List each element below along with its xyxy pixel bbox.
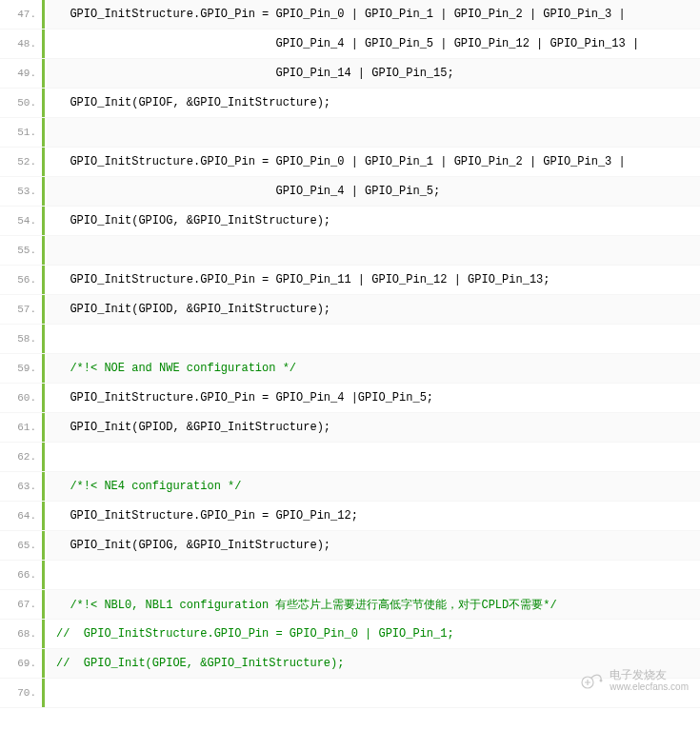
code-line: 55. [0,236,700,266]
line-number: 63. [0,472,42,501]
line-number: 55. [0,236,42,265]
line-number: 61. [0,413,42,442]
code-line: 66. [0,561,700,590]
line-number: 52. [0,148,42,176]
code-content [47,236,700,265]
code-line: 52. GPIO_InitStructure.GPIO_Pin = GPIO_P… [0,148,700,177]
code-content: GPIO_Init(GPIOG, &GPIO_InitStructure); [47,207,700,235]
code-line: 58. [0,325,700,354]
line-marker [42,620,45,648]
line-marker [42,30,45,58]
code-content: GPIO_Init(GPIOD, &GPIO_InitStructure); [47,295,700,324]
code-block: 47. GPIO_InitStructure.GPIO_Pin = GPIO_P… [0,0,700,708]
line-marker [42,89,45,117]
code-line: 54. GPIO_Init(GPIOG, &GPIO_InitStructure… [0,207,700,236]
code-line: 64. GPIO_InitStructure.GPIO_Pin = GPIO_P… [0,502,700,531]
line-number: 57. [0,295,42,324]
line-marker [42,354,45,383]
line-marker [42,0,45,29]
line-number: 59. [0,354,42,383]
line-marker [42,531,45,560]
code-content [47,443,700,471]
line-marker [42,590,45,619]
line-marker [42,325,45,353]
line-number: 54. [0,207,42,235]
line-number: 51. [0,118,42,147]
code-content: // GPIO_InitStructure.GPIO_Pin = GPIO_Pi… [47,620,700,648]
code-line: 51. [0,118,700,148]
code-line: 50. GPIO_Init(GPIOF, &GPIO_InitStructure… [0,89,700,118]
line-marker [42,266,45,294]
line-marker [42,502,45,530]
line-marker [42,561,45,589]
line-number: 66. [0,561,42,589]
code-content: /*!< NOE and NWE configuration */ [47,354,700,383]
code-content: GPIO_Pin_4 | GPIO_Pin_5 | GPIO_Pin_12 | … [47,30,700,58]
code-content: GPIO_Init(GPIOG, &GPIO_InitStructure); [47,531,700,560]
line-number: 48. [0,30,42,58]
code-line: 49. GPIO_Pin_14 | GPIO_Pin_15; [0,59,700,89]
line-number: 69. [0,649,42,678]
line-marker [42,59,45,88]
line-number: 65. [0,531,42,560]
code-line: 69.// GPIO_Init(GPIOE, &GPIO_InitStructu… [0,649,700,679]
line-marker [42,118,45,147]
line-number: 50. [0,89,42,117]
code-content: /*!< NBL0, NBL1 configuration 有些芯片上需要进行高… [47,590,700,619]
code-line: 62. [0,443,700,472]
line-number: 56. [0,266,42,294]
code-content: /*!< NE4 configuration */ [47,472,700,501]
code-content: GPIO_Init(GPIOD, &GPIO_InitStructure); [47,413,700,442]
code-content: GPIO_InitStructure.GPIO_Pin = GPIO_Pin_1… [47,266,700,294]
code-line: 48. GPIO_Pin_4 | GPIO_Pin_5 | GPIO_Pin_1… [0,30,700,59]
code-content [47,679,700,707]
line-number: 58. [0,325,42,353]
line-marker [42,443,45,471]
code-line: 65. GPIO_Init(GPIOG, &GPIO_InitStructure… [0,531,700,561]
code-line: 59. /*!< NOE and NWE configuration */ [0,354,700,384]
code-content: GPIO_InitStructure.GPIO_Pin = GPIO_Pin_4… [47,384,700,412]
line-marker [42,649,45,678]
line-number: 53. [0,177,42,206]
line-number: 64. [0,502,42,530]
line-marker [42,413,45,442]
line-marker [42,236,45,265]
code-content [47,561,700,589]
code-line: 60. GPIO_InitStructure.GPIO_Pin = GPIO_P… [0,384,700,413]
line-marker [42,207,45,235]
line-marker [42,679,45,707]
code-line: 53. GPIO_Pin_4 | GPIO_Pin_5; [0,177,700,207]
code-content: GPIO_InitStructure.GPIO_Pin = GPIO_Pin_0… [47,148,700,176]
code-content: GPIO_Pin_14 | GPIO_Pin_15; [47,59,700,88]
line-number: 67. [0,590,42,619]
code-content: GPIO_Pin_4 | GPIO_Pin_5; [47,177,700,206]
line-marker [42,295,45,324]
code-line: 70. [0,679,700,708]
line-number: 70. [0,679,42,707]
code-line: 56. GPIO_InitStructure.GPIO_Pin = GPIO_P… [0,266,700,295]
line-number: 60. [0,384,42,412]
line-marker [42,472,45,501]
code-content: // GPIO_Init(GPIOE, &GPIO_InitStructure)… [47,649,700,678]
line-number: 47. [0,0,42,29]
code-line: 47. GPIO_InitStructure.GPIO_Pin = GPIO_P… [0,0,700,30]
line-marker [42,148,45,176]
line-number: 68. [0,620,42,648]
line-marker [42,384,45,412]
code-content: GPIO_Init(GPIOF, &GPIO_InitStructure); [47,89,700,117]
line-marker [42,177,45,206]
code-line: 67. /*!< NBL0, NBL1 configuration 有些芯片上需… [0,590,700,620]
code-content: GPIO_InitStructure.GPIO_Pin = GPIO_Pin_0… [47,0,700,29]
line-number: 62. [0,443,42,471]
line-number: 49. [0,59,42,88]
code-line: 57. GPIO_Init(GPIOD, &GPIO_InitStructure… [0,295,700,325]
code-content [47,118,700,147]
code-line: 61. GPIO_Init(GPIOD, &GPIO_InitStructure… [0,413,700,443]
code-content [47,325,700,353]
code-line: 68.// GPIO_InitStructure.GPIO_Pin = GPIO… [0,620,700,649]
code-line: 63. /*!< NE4 configuration */ [0,472,700,502]
code-content: GPIO_InitStructure.GPIO_Pin = GPIO_Pin_1… [47,502,700,530]
